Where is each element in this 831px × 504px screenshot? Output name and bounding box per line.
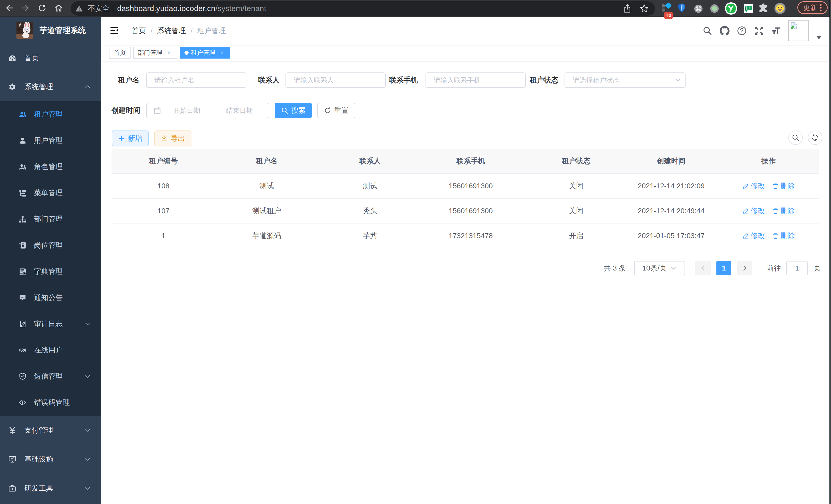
column-header[interactable]: 联系手机 bbox=[422, 149, 520, 173]
breadcrumb-system[interactable]: 系统管理 bbox=[157, 26, 186, 36]
tenant-name-input[interactable] bbox=[147, 73, 246, 87]
sidebar-item-notice[interactable]: 通知公告 bbox=[0, 285, 101, 311]
cell-tenant-id: 107 bbox=[112, 199, 215, 223]
github-icon[interactable] bbox=[720, 26, 729, 36]
refresh-table-button[interactable] bbox=[808, 130, 822, 145]
column-header[interactable]: 联系人 bbox=[318, 149, 422, 173]
sidebar-item-role[interactable]: 角色管理 bbox=[0, 154, 101, 180]
help-icon[interactable] bbox=[737, 26, 747, 36]
breadcrumb-home[interactable]: 首页 bbox=[132, 26, 146, 36]
dashboard-icon bbox=[8, 54, 16, 62]
cell-created: 2021-01-05 17:03:47 bbox=[633, 224, 710, 248]
cell-tenant-name: 芋道源码 bbox=[215, 224, 318, 248]
sidebar-item-label: 租户管理 bbox=[34, 110, 63, 119]
cell-status: 关闭 bbox=[520, 174, 633, 198]
online-user-icon bbox=[19, 346, 26, 354]
reset-button[interactable]: 重置 bbox=[317, 103, 355, 118]
table-gutter bbox=[810, 174, 819, 198]
delete-link[interactable]: 删除 bbox=[772, 181, 795, 191]
date-range-picker[interactable]: 开始日期 - 结束日期 bbox=[146, 103, 269, 118]
sidebar-item-tenant[interactable]: 租户管理 bbox=[0, 101, 101, 127]
status-select[interactable]: 请选择租户状态 bbox=[565, 72, 686, 88]
sidebar-item-menu[interactable]: 菜单管理 bbox=[0, 180, 101, 206]
column-header[interactable]: 租户名 bbox=[215, 149, 318, 173]
sidebar-toggle-icon[interactable] bbox=[110, 26, 119, 35]
sidebar-item-system[interactable]: 系统管理 bbox=[0, 72, 101, 101]
table-row[interactable]: 107 测试租户 秃头 15601691300 关闭 2021-12-14 20… bbox=[112, 199, 819, 224]
page-number-1[interactable]: 1 bbox=[716, 261, 731, 275]
chevron-down-icon bbox=[84, 427, 91, 434]
profile-avatar-icon[interactable] bbox=[774, 3, 785, 14]
sidebar-item-error-code[interactable]: 错误码管理 bbox=[0, 389, 101, 416]
table-row[interactable]: 1 芋道源码 芋艿 17321315478 开启 2021-01-05 17:0… bbox=[112, 224, 819, 248]
logo-rabbit-image bbox=[17, 22, 33, 39]
prev-page-button[interactable] bbox=[695, 261, 711, 275]
table-gutter bbox=[810, 149, 819, 173]
tab-dept[interactable]: 部门管理 × bbox=[133, 47, 177, 59]
avatar-broken-image bbox=[789, 20, 809, 41]
goto-page-input[interactable] bbox=[787, 262, 807, 275]
delete-link[interactable]: 删除 bbox=[772, 206, 795, 216]
edit-pencil-icon bbox=[742, 183, 749, 189]
edit-link[interactable]: 修改 bbox=[742, 231, 765, 241]
edit-link[interactable]: 修改 bbox=[742, 206, 765, 216]
header-search-icon[interactable] bbox=[703, 26, 712, 36]
extensions-puzzle-icon[interactable] bbox=[758, 3, 768, 13]
plus-icon bbox=[118, 135, 125, 142]
tab-close-icon[interactable]: × bbox=[166, 49, 173, 56]
extension-tag-assistant-icon[interactable]: 10 bbox=[661, 3, 673, 15]
sidebar-item-sms[interactable]: 短信管理 bbox=[0, 363, 101, 389]
sidebar-item-pay[interactable]: 支付管理 bbox=[0, 416, 101, 445]
extension-command-icon[interactable] bbox=[694, 5, 703, 13]
navbar-actions bbox=[695, 17, 822, 45]
sidebar-item-audit-log[interactable]: 审计日志 bbox=[0, 311, 101, 337]
sidebar-item-post[interactable]: 岗位管理 bbox=[0, 232, 101, 259]
mobile-input[interactable] bbox=[426, 73, 525, 87]
mobile-field bbox=[426, 72, 526, 88]
column-header[interactable]: 租户状态 bbox=[520, 149, 633, 173]
search-button[interactable]: 搜索 bbox=[275, 103, 312, 118]
contact-input[interactable] bbox=[286, 73, 385, 87]
tab-label: 部门管理 bbox=[138, 49, 163, 57]
extension-paraglider-icon[interactable] bbox=[678, 4, 685, 13]
page-size-select[interactable]: 10条/页 bbox=[634, 261, 685, 275]
column-header[interactable]: 租户编号 bbox=[112, 149, 215, 173]
add-button[interactable]: 新增 bbox=[112, 130, 149, 146]
column-header[interactable]: 操作 bbox=[710, 149, 810, 173]
show-search-toggle-button[interactable] bbox=[789, 130, 803, 145]
sidebar-logo[interactable]: 芋道管理系统 bbox=[0, 17, 101, 44]
column-header[interactable]: 创建时间 bbox=[633, 149, 710, 173]
sidebar-item-user[interactable]: 用户管理 bbox=[0, 127, 101, 154]
table-row[interactable]: 108 测试 测试 15601691300 关闭 2021-12-14 21:0… bbox=[112, 174, 819, 199]
tab-label: 首页 bbox=[114, 49, 126, 57]
sidebar-item-devtools[interactable]: 研发工具 bbox=[0, 474, 101, 503]
edit-pencil-icon bbox=[742, 233, 749, 239]
tab-tenant[interactable]: 租户管理 × bbox=[180, 47, 230, 59]
breadcrumb-separator: / bbox=[191, 27, 193, 35]
edit-pencil-icon bbox=[742, 208, 749, 214]
browser-update-button[interactable]: 更新 bbox=[797, 1, 828, 14]
extension-y-icon[interactable] bbox=[725, 2, 737, 14]
font-size-icon[interactable] bbox=[771, 26, 781, 36]
select-arrow-icon bbox=[670, 265, 677, 271]
extension-chat-icon[interactable] bbox=[744, 4, 753, 13]
tab-home[interactable]: 首页 bbox=[109, 47, 131, 59]
export-button[interactable]: 导出 bbox=[154, 130, 192, 146]
sidebar-item-infra[interactable]: 基础设施 bbox=[0, 445, 101, 474]
sidebar-item-online-user[interactable]: 在线用户 bbox=[0, 337, 101, 363]
extension-recorder-icon[interactable] bbox=[710, 4, 719, 13]
date-start-placeholder[interactable]: 开始日期 bbox=[163, 106, 211, 115]
edit-link[interactable]: 修改 bbox=[742, 181, 765, 191]
delete-link[interactable]: 删除 bbox=[772, 231, 795, 241]
date-separator: - bbox=[211, 107, 215, 115]
user-avatar[interactable] bbox=[789, 17, 822, 45]
contact-field bbox=[285, 72, 386, 88]
sidebar-item-dict[interactable]: 字典管理 bbox=[0, 259, 101, 285]
tab-close-icon[interactable]: × bbox=[219, 49, 226, 56]
sidebar-item-home[interactable]: 首页 bbox=[0, 44, 101, 72]
sidebar-item-dept[interactable]: 部门管理 bbox=[0, 206, 101, 232]
fullscreen-icon[interactable] bbox=[754, 26, 764, 36]
date-end-placeholder[interactable]: 结束日期 bbox=[215, 106, 264, 115]
next-page-button[interactable] bbox=[737, 261, 752, 275]
status-select-placeholder: 请选择租户状态 bbox=[565, 76, 674, 85]
